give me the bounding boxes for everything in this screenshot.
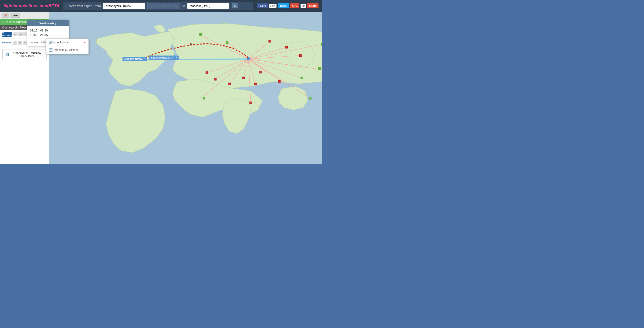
website-context-label: Website S7 Airlines [54, 48, 78, 52]
svg-rect-38 [242, 77, 245, 79]
s7-logo: S7 AIRLINES [2, 32, 12, 37]
check-price-context[interactable]: 🔄 check price ♥ [46, 39, 88, 46]
logo-text: flightconnections.com [4, 4, 48, 8]
tweet-button[interactable]: Tweet [278, 3, 289, 8]
search-bar: Search from airport from to ⇅ [63, 2, 253, 10]
website-icon: 🔄 [48, 48, 52, 52]
reset-button[interactable]: reset [10, 13, 20, 18]
svg-rect-23 [200, 33, 202, 36]
svg-rect-26 [226, 41, 228, 44]
logo: flightconnections.comBETA [0, 4, 63, 8]
like-label: Like [260, 4, 266, 8]
svg-rect-35 [318, 67, 321, 70]
heart-icon: ♥ [84, 41, 86, 44]
map-area: ✈ [49, 12, 322, 164]
map-svg: ✈ [49, 12, 322, 164]
kja-close-button[interactable]: ✕ [175, 56, 177, 59]
nordstar-day-su[interactable]: su [12, 40, 17, 45]
logo-beta: BETA [48, 4, 60, 8]
svg-rect-25 [247, 58, 250, 60]
duration-popup-label: duration: [30, 41, 40, 44]
check-price-label: Krasnoyarsk - Moscow Check Price [10, 51, 44, 58]
pin-button[interactable]: 📌 [2, 13, 9, 18]
from-input[interactable] [103, 3, 145, 9]
kja-label-text: Krasnoyarsk (KJA) [151, 56, 174, 59]
svg-rect-33 [203, 97, 205, 100]
duration-popup-value: 5:15 [40, 41, 46, 44]
gplus-count: 99 [300, 4, 306, 8]
moscow-map-label: Moscow (DME) ✕ [122, 57, 147, 61]
nordstar-logo: NordStar [2, 40, 12, 45]
svg-rect-29 [299, 54, 302, 57]
nordstar-day-mo[interactable]: mo [18, 40, 22, 45]
check-price-context-label: check price [54, 41, 68, 44]
moscow-label-text: Moscow (DME) [124, 58, 142, 60]
price-context-icon: 🔄 [48, 40, 52, 44]
share-button[interactable]: Share [307, 3, 318, 8]
time-slot-1: 08:15 - 09:30 [30, 28, 66, 33]
toolbar: 📌 reset [0, 12, 49, 19]
fb-icon: f [258, 4, 260, 8]
svg-rect-42 [300, 77, 303, 79]
moscow-close-button[interactable]: ✕ [144, 58, 145, 60]
swap-button[interactable]: ⇅ [232, 3, 238, 8]
day-popup-times: 08:15 - 09:30 19:50 - 21:05 [27, 26, 68, 39]
gplus-button[interactable]: G+1 [290, 3, 299, 8]
s7-day-su[interactable]: su [13, 32, 18, 36]
svg-rect-31 [254, 83, 257, 85]
svg-rect-27 [268, 40, 271, 42]
from-label: from [95, 4, 101, 8]
share-label: Share [309, 4, 317, 8]
to-input[interactable] [187, 3, 229, 9]
kja-map-label: Krasnoyarsk (KJA) ✕ [149, 56, 179, 60]
check-price-button[interactable]: 🔄 Krasnoyarsk - Moscow Check Price [2, 49, 47, 60]
svg-rect-30 [278, 80, 280, 82]
social-bar: f Like 2.6K Tweet G+1 99 Share [253, 3, 322, 8]
zip-city-input[interactable] [148, 3, 180, 9]
checkmark-icon: ✓ [2, 20, 5, 24]
facebook-like-button[interactable]: f Like [257, 3, 268, 8]
svg-rect-39 [228, 83, 230, 85]
time-slot-2: 19:50 - 21:05 [30, 33, 66, 37]
s7-day-mo[interactable]: mo [18, 32, 23, 36]
svg-rect-28 [285, 46, 288, 48]
context-menu: 🔄 check price ♥ 🔄 Website S7 Airlines [46, 38, 89, 54]
tweet-label: Tweet [280, 4, 287, 8]
price-icon: 🔄 [5, 53, 9, 56]
to-label: to [182, 4, 185, 8]
svg-rect-34 [309, 97, 311, 100]
svg-rect-40 [206, 72, 208, 74]
day-popup-header: Wednesday [27, 20, 68, 26]
like-count: 2.6K [269, 4, 277, 8]
svg-rect-32 [214, 78, 216, 80]
search-from-label: Search from airport [66, 4, 92, 8]
svg-rect-41 [321, 44, 322, 46]
header: flightconnections.comBETA Search from ai… [0, 0, 322, 12]
svg-rect-36 [250, 102, 252, 104]
route-text: Krasnoyarsk - Moscow [2, 26, 30, 29]
svg-rect-37 [259, 71, 261, 73]
website-context[interactable]: 🔄 Website S7 Airlines [46, 46, 88, 54]
